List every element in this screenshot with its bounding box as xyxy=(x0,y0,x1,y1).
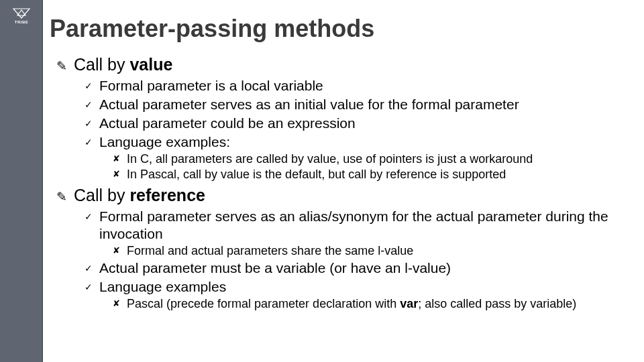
check-icon: ✓ xyxy=(85,208,93,225)
check-text: Language examples xyxy=(99,278,226,296)
check-text: Actual parameter must be a variable (or … xyxy=(99,259,451,277)
check-text: Formal parameter is a local variable xyxy=(99,77,323,95)
x-item: ✘Formal and actual parameters share the … xyxy=(50,243,640,258)
check-icon: ✓ xyxy=(85,96,93,113)
section-heading: ✎Call by reference xyxy=(50,186,640,205)
x-item: ✘In Pascal, call by value is the default… xyxy=(50,167,640,182)
body: ✎Call by value✓Formal parameter is a loc… xyxy=(50,55,640,311)
logo-icon xyxy=(11,7,32,19)
check-item: ✓Formal parameter is a local variable xyxy=(50,77,640,95)
check-text: Actual parameter could be an expression xyxy=(99,115,356,132)
x-text: In C, all parameters are called by value… xyxy=(127,152,533,166)
x-icon: ✘ xyxy=(113,152,120,166)
check-icon: ✓ xyxy=(85,278,93,296)
check-item: ✓Language examples xyxy=(50,278,640,296)
check-icon: ✓ xyxy=(85,77,93,95)
x-item: ✘In C, all parameters are called by valu… xyxy=(50,152,640,166)
x-text: Pascal (precede formal parameter declara… xyxy=(127,296,576,311)
x-text: Formal and actual parameters share the s… xyxy=(127,243,413,258)
x-item: ✘Pascal (precede formal parameter declar… xyxy=(50,296,640,311)
check-item: ✓Actual parameter could be an expression xyxy=(50,115,640,132)
check-item: ✓Language examples: xyxy=(50,133,640,151)
content: Parameter-passing methods ✎Call by value… xyxy=(50,0,640,311)
check-text: Formal parameter serves as an alias/syno… xyxy=(99,208,640,243)
x-icon: ✘ xyxy=(113,167,120,182)
pen-icon: ✎ xyxy=(56,190,67,203)
logo: TRIBE xyxy=(0,3,43,28)
page-title: Parameter-passing methods xyxy=(50,15,640,43)
check-item: ✓Actual parameter must be a variable (or… xyxy=(50,259,640,277)
check-icon: ✓ xyxy=(85,259,93,277)
slide: TRIBE Parameter-passing methods ✎Call by… xyxy=(0,0,644,362)
x-icon: ✘ xyxy=(113,296,120,311)
check-icon: ✓ xyxy=(85,133,93,151)
logo-text: TRIBE xyxy=(15,20,29,24)
left-sidebar: TRIBE xyxy=(0,0,43,362)
pen-icon: ✎ xyxy=(56,60,67,72)
check-item: ✓Actual parameter serves as an initial v… xyxy=(50,96,640,113)
heading-text: Call by value xyxy=(74,55,172,74)
check-item: ✓Formal parameter serves as an alias/syn… xyxy=(50,208,640,243)
check-text: Actual parameter serves as an initial va… xyxy=(99,96,519,113)
check-text: Language examples: xyxy=(99,133,230,151)
check-icon: ✓ xyxy=(85,115,93,132)
x-icon: ✘ xyxy=(113,243,120,258)
x-text: In Pascal, call by value is the default,… xyxy=(127,167,506,182)
heading-text: Call by reference xyxy=(74,186,205,205)
section-heading: ✎Call by value xyxy=(50,55,640,74)
